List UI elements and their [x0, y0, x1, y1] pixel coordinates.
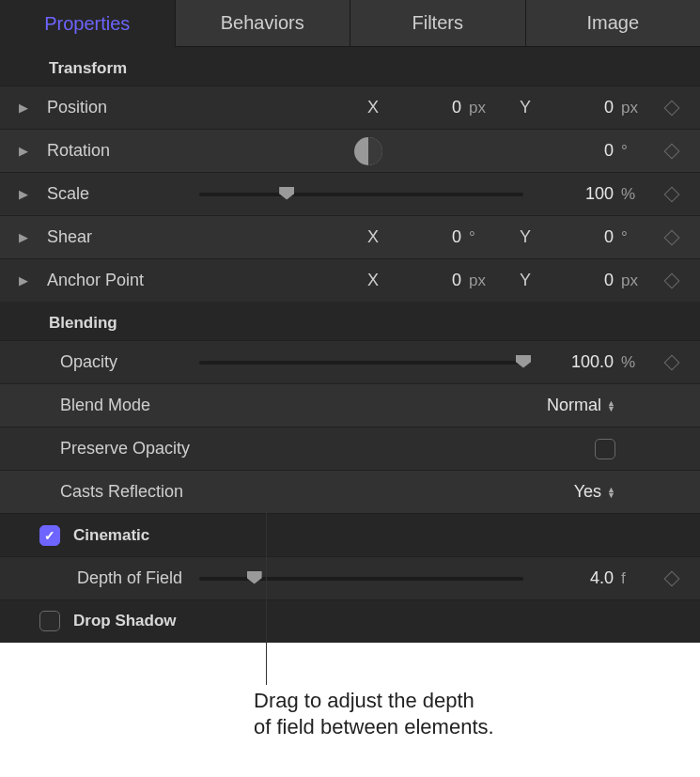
- label-opacity: Opacity: [30, 352, 199, 372]
- section-transform: Transform: [0, 47, 700, 85]
- label-drop-shadow: Drop Shadow: [73, 612, 177, 630]
- opacity-unit: %: [621, 353, 649, 372]
- shear-x-value[interactable]: 0: [390, 227, 463, 247]
- label-cinematic: Cinematic: [73, 526, 149, 545]
- row-preserve-opacity: Preserve Opacity: [0, 427, 700, 470]
- blend-mode-value: Normal: [547, 396, 601, 415]
- rotation-dial[interactable]: [354, 137, 382, 165]
- disclosure-rotation[interactable]: ▶: [17, 144, 30, 158]
- row-position: ▶ Position X 0 px Y 0 px: [0, 85, 700, 129]
- position-y-value[interactable]: 0: [542, 98, 615, 117]
- shear-y-value[interactable]: 0: [542, 227, 615, 247]
- depth-of-field-value[interactable]: 4.0: [542, 568, 615, 588]
- label-position: Position: [30, 98, 199, 117]
- keyframe-opacity[interactable]: [653, 357, 691, 368]
- opacity-value[interactable]: 100.0: [542, 352, 615, 372]
- anchor-x-value[interactable]: 0: [390, 271, 463, 290]
- casts-reflection-popup[interactable]: Yes ▲▼: [574, 482, 615, 502]
- casts-reflection-value: Yes: [574, 482, 601, 502]
- tab-bar: Properties Behaviors Filters Image: [0, 0, 700, 47]
- preserve-opacity-checkbox[interactable]: [595, 439, 615, 459]
- keyframe-anchor[interactable]: [653, 275, 691, 287]
- tab-behaviors[interactable]: Behaviors: [176, 0, 351, 47]
- rotation-unit: °: [621, 142, 649, 161]
- axis-y: Y: [520, 271, 531, 290]
- callout: Drag to adjust the depthof field between…: [0, 643, 700, 751]
- axis-x: X: [367, 98, 379, 117]
- rotation-value[interactable]: 0: [542, 141, 615, 161]
- cinematic-checkbox[interactable]: ✓: [39, 525, 60, 546]
- callout-text: Drag to adjust the depthof field between…: [254, 688, 494, 740]
- row-opacity: Opacity 100.0 %: [0, 340, 700, 383]
- position-x-value[interactable]: 0: [390, 98, 463, 117]
- keyframe-depth-of-field[interactable]: [653, 573, 691, 584]
- blend-mode-popup[interactable]: Normal ▲▼: [547, 396, 615, 415]
- disclosure-shear[interactable]: ▶: [17, 230, 30, 244]
- axis-y: Y: [520, 227, 531, 247]
- row-depth-of-field: Depth of Field 4.0 f: [0, 556, 700, 599]
- keyframe-rotation[interactable]: [653, 146, 691, 157]
- opacity-slider[interactable]: [199, 353, 523, 372]
- tab-image[interactable]: Image: [526, 0, 701, 47]
- popup-arrows-icon: ▲▼: [607, 400, 615, 412]
- axis-y: Y: [520, 98, 531, 117]
- depth-of-field-slider[interactable]: [199, 569, 523, 588]
- drop-shadow-checkbox[interactable]: [39, 611, 60, 631]
- label-depth-of-field: Depth of Field: [30, 568, 199, 588]
- keyframe-position[interactable]: [653, 102, 691, 114]
- callout-line: [266, 476, 267, 685]
- section-drop-shadow: Drop Shadow: [0, 599, 700, 643]
- anchor-x-unit: px: [469, 272, 497, 290]
- row-anchor-point: ▶ Anchor Point X 0 px Y 0 px: [0, 258, 700, 302]
- row-rotation: ▶ Rotation 0 °: [0, 129, 700, 172]
- label-anchor: Anchor Point: [30, 271, 199, 290]
- scale-slider[interactable]: [199, 185, 523, 204]
- row-scale: ▶ Scale 100 %: [0, 172, 700, 215]
- label-scale: Scale: [30, 184, 199, 204]
- label-shear: Shear: [30, 227, 199, 247]
- section-cinematic: ✓ Cinematic: [0, 513, 700, 556]
- depth-of-field-unit: f: [621, 569, 649, 588]
- anchor-y-value[interactable]: 0: [542, 271, 615, 290]
- scale-value[interactable]: 100: [542, 184, 615, 204]
- keyframe-scale[interactable]: [653, 189, 691, 200]
- shear-y-unit: °: [621, 228, 649, 247]
- tab-properties[interactable]: Properties: [0, 0, 176, 47]
- row-shear: ▶ Shear X 0 ° Y 0 °: [0, 215, 700, 258]
- disclosure-anchor[interactable]: ▶: [17, 273, 30, 287]
- position-x-unit: px: [469, 99, 497, 117]
- shear-x-unit: °: [469, 228, 497, 247]
- label-rotation: Rotation: [30, 141, 199, 161]
- section-blending: Blending: [0, 302, 700, 340]
- position-y-unit: px: [621, 99, 649, 117]
- tab-filters[interactable]: Filters: [350, 0, 526, 47]
- keyframe-shear[interactable]: [653, 232, 691, 243]
- axis-x: X: [367, 227, 379, 247]
- disclosure-position[interactable]: ▶: [17, 101, 30, 115]
- row-casts-reflection: Casts Reflection Yes ▲▼: [0, 470, 700, 513]
- label-blend-mode: Blend Mode: [30, 396, 199, 415]
- inspector-panel: Properties Behaviors Filters Image Trans…: [0, 0, 700, 643]
- label-casts-reflection: Casts Reflection: [30, 482, 199, 502]
- scale-unit: %: [621, 185, 649, 204]
- disclosure-scale[interactable]: ▶: [17, 187, 30, 201]
- label-preserve-opacity: Preserve Opacity: [30, 439, 199, 458]
- anchor-y-unit: px: [621, 272, 649, 290]
- popup-arrows-icon: ▲▼: [607, 487, 615, 498]
- row-blend-mode: Blend Mode Normal ▲▼: [0, 383, 700, 427]
- axis-x: X: [367, 271, 379, 290]
